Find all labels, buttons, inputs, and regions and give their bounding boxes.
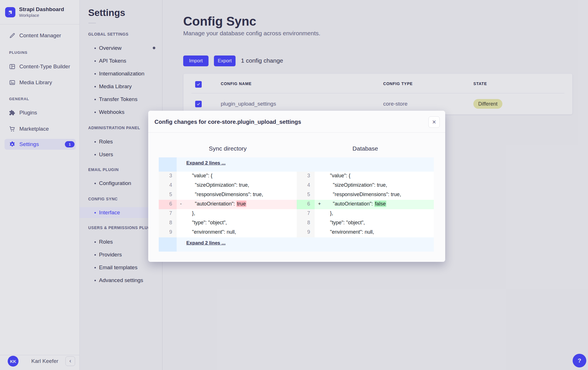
line-number: 8 — [297, 219, 315, 228]
code-text: "responsiveDimensions": true, — [189, 190, 297, 200]
diff-fold-row-top: Expand 2 lines ... — [159, 157, 434, 172]
modal-title: Config changes for core-store.plugin_upl… — [154, 119, 301, 125]
line-number: 6 — [159, 200, 177, 209]
code-text: }, — [189, 209, 297, 219]
line-number: 5 — [297, 190, 315, 200]
code-text: }, — [327, 209, 434, 219]
code-text: "responsiveDimensions": true, — [327, 190, 434, 200]
diff-right-title: Database — [297, 145, 434, 152]
code-text: "value": { — [327, 172, 434, 181]
line-number: 4 — [159, 181, 177, 190]
expand-lines-link-top[interactable]: Expand 2 lines ... — [186, 160, 226, 166]
line-number: 5 — [159, 190, 177, 200]
diff-line-6-changed: 6 - "autoOrientation": true 6 + "autoOri… — [159, 200, 434, 209]
line-number: 4 — [297, 181, 315, 190]
expand-lines-link-bottom[interactable]: Expand 2 lines ... — [186, 240, 226, 246]
added-word: false — [374, 201, 386, 207]
line-number: 3 — [297, 172, 315, 181]
diff-fold-row-bottom: Expand 2 lines ... — [159, 237, 434, 252]
diff-line-3: 3 "value": { 3 "value": { — [159, 172, 434, 181]
line-number: 3 — [159, 172, 177, 181]
modal-header-divider — [148, 132, 445, 133]
code-text: "sizeOptimization": true, — [189, 181, 297, 190]
diff-left-title: Sync directory — [159, 145, 297, 152]
line-number: 8 — [159, 219, 177, 228]
code-text-added: "autoOrientation": false — [327, 200, 434, 209]
line-number: 7 — [159, 209, 177, 219]
removed-marker: - — [177, 200, 189, 209]
diff-line-5: 5 "responsiveDimensions": true, 5 "respo… — [159, 190, 434, 200]
app-root: Strapi Dashboard Workplace Content Manag… — [0, 0, 588, 370]
code-text: "type": "object", — [327, 219, 434, 228]
code-text: "type": "object", — [189, 219, 297, 228]
code-text: "sizeOptimization": true, — [327, 181, 434, 190]
line-number: 9 — [159, 228, 177, 237]
diff-line-9: 9 "environment": null, 9 "environment": … — [159, 228, 434, 237]
code-text-removed: "autoOrientation": true — [189, 200, 297, 209]
diff-line-7: 7 }, 7 }, — [159, 209, 434, 219]
code-text: "environment": null, — [189, 228, 297, 237]
line-number: 7 — [297, 209, 315, 219]
diff-line-8: 8 "type": "object", 8 "type": "object", — [159, 219, 434, 228]
line-number: 9 — [297, 228, 315, 237]
modal-close-button[interactable]: ✕ — [428, 116, 440, 128]
diff-viewer: Expand 2 lines ... 3 "value": { 3 "value… — [159, 157, 434, 252]
code-text: "environment": null, — [327, 228, 434, 237]
line-number: 6 — [297, 200, 315, 209]
fold-gutter — [159, 237, 177, 252]
code-text: "value": { — [189, 172, 297, 181]
removed-word: true — [236, 201, 246, 207]
close-icon: ✕ — [432, 119, 436, 125]
added-marker: + — [315, 200, 327, 209]
fold-gutter — [159, 157, 177, 172]
diff-line-4: 4 "sizeOptimization": true, 4 "sizeOptim… — [159, 181, 434, 190]
config-diff-modal: Config changes for core-store.plugin_upl… — [148, 111, 445, 262]
